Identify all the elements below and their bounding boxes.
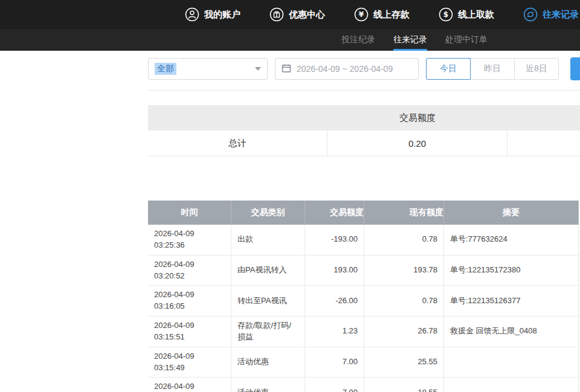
date-range-input[interactable]: 2026-04-09 ~ 2026-04-09 bbox=[275, 58, 419, 80]
nav-item-online-deposit[interactable]: ¥ 线上存款 bbox=[354, 7, 410, 22]
cell-time: 2026-04-09 03:25:36 bbox=[148, 225, 231, 255]
header-type: 交易类别 bbox=[231, 201, 305, 225]
tab-label: 投注纪录 bbox=[341, 34, 375, 45]
cell-time: 2026-04-09 03:15:49 bbox=[148, 378, 231, 392]
summary-header-row: 交易额度 bbox=[148, 105, 580, 130]
records-table: 时间 交易类别 交易额度 现有额度 摘要 2026-04-09 03:25:36… bbox=[148, 201, 579, 392]
withdraw-icon: $ bbox=[439, 7, 453, 22]
cell-type: 活动优惠 bbox=[231, 378, 305, 392]
cell-type: 转出至PA视讯 bbox=[231, 286, 305, 316]
table-row: 2026-04-09 03:20:52 由PA视讯转入 193.00 193.7… bbox=[148, 255, 579, 286]
nav-item-label: 线上存款 bbox=[373, 9, 410, 21]
table-header-row: 时间 交易类别 交易额度 现有额度 摘要 bbox=[148, 201, 579, 225]
summary-total-value: 0.20 bbox=[327, 130, 507, 156]
nav-item-label: 线上取款 bbox=[458, 9, 494, 21]
type-select-value: 全部 bbox=[155, 63, 176, 75]
type-select[interactable]: 全部 bbox=[148, 58, 268, 80]
summary-header-amount: 交易额度 bbox=[327, 105, 507, 130]
nav-item-my-account[interactable]: 我的账户 bbox=[185, 7, 240, 22]
cell-memo: 救援金 回馈无上限_0408 bbox=[444, 316, 579, 347]
main-content: 全部 2026-04-09 ~ 2026-04-09 今日 昨日 bbox=[0, 57, 580, 392]
cell-memo: 单号:122135172380 bbox=[444, 255, 579, 286]
cell-balance: 18.55 bbox=[364, 378, 444, 392]
nav-item-online-withdraw[interactable]: $ 线上取款 bbox=[439, 7, 494, 22]
summary-header-spacer bbox=[148, 105, 327, 130]
cell-type: 活动优惠 bbox=[231, 347, 305, 378]
cell-memo bbox=[444, 347, 579, 378]
cell-type: 出款 bbox=[231, 225, 305, 255]
last-8-days-button[interactable]: 近8日 bbox=[514, 58, 559, 80]
cell-amount: 7.00 bbox=[305, 347, 364, 378]
cell-memo: 单号:122135126377 bbox=[444, 286, 579, 316]
chevron-down-icon bbox=[255, 67, 261, 71]
quick-btn-label: 近8日 bbox=[526, 63, 547, 74]
summary-total-extra bbox=[507, 130, 580, 156]
svg-text:$: $ bbox=[443, 10, 448, 19]
table-row: 2026-04-09 03:16:05 转出至PA视讯 -26.00 0.78 … bbox=[148, 286, 579, 316]
quick-btn-label: 昨日 bbox=[484, 63, 501, 74]
cell-balance: 26.78 bbox=[364, 316, 444, 347]
cell-amount: -193.00 bbox=[305, 225, 364, 255]
table-row: 2026-04-09 03:15:49 活动优惠 7.00 18.55 bbox=[148, 378, 579, 392]
nav-item-transaction-records[interactable]: 往来记录 bbox=[523, 7, 579, 22]
header-balance: 现有额度 bbox=[364, 201, 444, 225]
cell-time: 2026-04-09 03:16:05 bbox=[148, 286, 231, 316]
header-time: 时间 bbox=[148, 201, 231, 225]
search-button[interactable] bbox=[570, 57, 580, 80]
cell-balance: 0.78 bbox=[364, 286, 444, 316]
nav-item-label: 我的账户 bbox=[204, 9, 240, 21]
tab-transaction-records[interactable]: 往来记录 bbox=[393, 29, 427, 51]
cell-memo bbox=[444, 378, 579, 392]
sub-navbar: 投注纪录 往来记录 处理中订单 bbox=[0, 29, 580, 51]
top-navbar: 我的账户 优惠中心 ¥ 线上存款 $ 线上取款 bbox=[0, 0, 580, 29]
quick-range-group: 今日 昨日 近8日 bbox=[426, 58, 559, 80]
tab-betting-records[interactable]: 投注纪录 bbox=[341, 29, 375, 51]
svg-text:¥: ¥ bbox=[359, 10, 364, 19]
today-button[interactable]: 今日 bbox=[426, 58, 471, 80]
nav-item-promo-center[interactable]: 优惠中心 bbox=[269, 7, 325, 22]
nav-item-label: 优惠中心 bbox=[289, 9, 325, 21]
filter-row: 全部 2026-04-09 ~ 2026-04-09 今日 昨日 bbox=[148, 57, 580, 80]
date-range-value: 2026-04-09 ~ 2026-04-09 bbox=[297, 64, 393, 74]
quick-btn-label: 今日 bbox=[440, 63, 457, 74]
summary-header-spacer bbox=[507, 105, 580, 130]
summary-table: 交易额度 总计 0.20 bbox=[148, 105, 580, 156]
header-memo: 摘要 bbox=[444, 201, 579, 225]
cell-time: 2026-04-09 03:15:51 bbox=[148, 316, 231, 347]
deposit-icon: ¥ bbox=[354, 7, 369, 22]
calendar-icon bbox=[282, 63, 291, 75]
table-row: 2026-04-09 03:15:49 活动优惠 7.00 25.55 bbox=[148, 347, 579, 378]
cell-amount: 7.00 bbox=[305, 378, 364, 392]
account-icon bbox=[185, 7, 199, 22]
tab-label: 处理中订单 bbox=[445, 34, 488, 45]
cell-type: 由PA视讯转入 bbox=[231, 255, 305, 286]
nav-item-label: 往来记录 bbox=[543, 9, 579, 21]
table-row: 2026-04-09 03:15:51 存款/取款/打码/损益 1.23 26.… bbox=[148, 316, 579, 347]
tab-processing-orders[interactable]: 处理中订单 bbox=[445, 29, 488, 51]
cell-type: 存款/取款/打码/损益 bbox=[231, 316, 305, 347]
cell-amount: 1.23 bbox=[305, 316, 364, 347]
cell-balance: 25.55 bbox=[364, 347, 444, 378]
promo-icon bbox=[269, 7, 284, 22]
tab-label: 往来记录 bbox=[393, 34, 427, 45]
cell-time: 2026-04-09 03:15:49 bbox=[148, 347, 231, 378]
summary-total-row: 总计 0.20 bbox=[148, 130, 580, 156]
summary-total-label: 总计 bbox=[148, 130, 327, 156]
cell-amount: -26.00 bbox=[305, 286, 364, 316]
cell-balance: 193.78 bbox=[364, 255, 444, 286]
cell-balance: 0.78 bbox=[364, 225, 444, 255]
cell-memo: 单号:777632624 bbox=[444, 225, 579, 255]
records-icon bbox=[523, 7, 538, 22]
section-divider bbox=[148, 90, 580, 91]
cell-amount: 193.00 bbox=[305, 255, 364, 286]
cell-time: 2026-04-09 03:20:52 bbox=[148, 255, 231, 286]
header-amount: 交易额度 bbox=[305, 201, 364, 225]
table-row: 2026-04-09 03:25:36 出款 -193.00 0.78 单号:7… bbox=[148, 225, 579, 255]
yesterday-button[interactable]: 昨日 bbox=[470, 58, 515, 80]
